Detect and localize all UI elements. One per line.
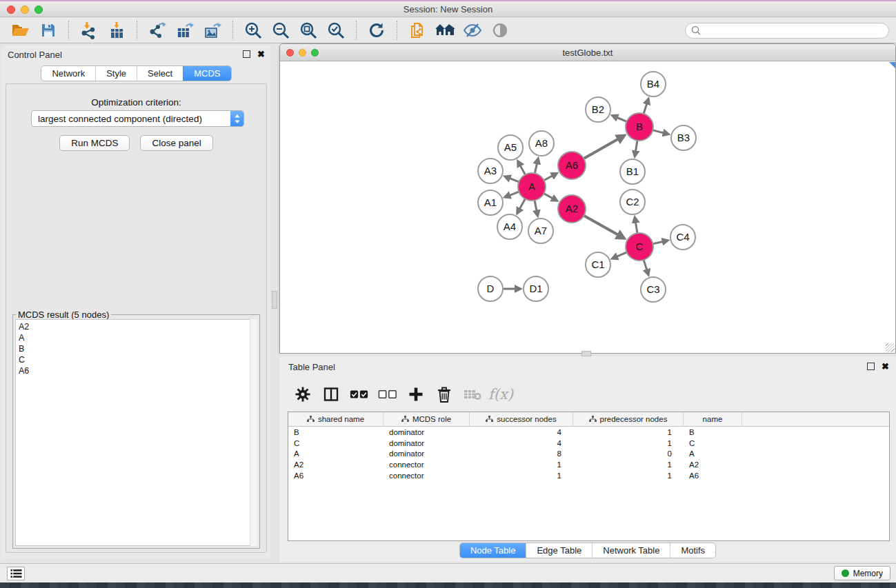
graph-node-C3[interactable]: C3 bbox=[641, 277, 666, 302]
show-task-history-button[interactable] bbox=[7, 567, 25, 580]
graph-node-A7[interactable]: A7 bbox=[528, 219, 553, 243]
graph-node-B1[interactable]: B1 bbox=[620, 159, 645, 184]
svg-text:A8: A8 bbox=[535, 137, 548, 149]
zoom-in-button[interactable] bbox=[242, 20, 264, 41]
graph-node-A6[interactable]: A6 bbox=[558, 152, 586, 179]
graph-node-C[interactable]: C bbox=[626, 233, 653, 261]
float-panel-icon[interactable] bbox=[243, 50, 250, 58]
run-mcds-button[interactable]: Run MCDS bbox=[59, 135, 130, 151]
column-header-successor-nodes[interactable]: successor nodes bbox=[470, 412, 573, 426]
close-panel-button[interactable]: Close panel bbox=[140, 135, 212, 151]
table-panel-tabs: Node TableEdge TableNetwork TableMotifs bbox=[459, 543, 716, 558]
hide-panels-button[interactable] bbox=[461, 20, 484, 41]
save-session-button[interactable] bbox=[37, 20, 59, 41]
tab-edge-table[interactable]: Edge Table bbox=[526, 543, 592, 558]
show-graphics-details-button[interactable] bbox=[489, 20, 511, 41]
graph-node-C4[interactable]: C4 bbox=[670, 225, 695, 250]
mcds-result-item[interactable]: A6 bbox=[19, 365, 257, 376]
zoom-out-button[interactable] bbox=[270, 20, 292, 41]
table-row[interactable]: A2connector11A2 bbox=[288, 459, 889, 470]
zoom-fit-button[interactable] bbox=[297, 20, 319, 41]
result-scrollbar[interactable] bbox=[250, 319, 257, 546]
tab-network-table[interactable]: Network Table bbox=[592, 543, 670, 558]
horizontal-splitter-grip[interactable] bbox=[581, 351, 591, 356]
tab-mcds[interactable]: MCDS bbox=[183, 66, 230, 81]
svg-text:C1: C1 bbox=[591, 258, 604, 270]
cyndex-browse-button[interactable] bbox=[434, 20, 456, 41]
table-row[interactable]: Bdominator41B bbox=[288, 427, 889, 438]
column-header-predecessor-nodes[interactable]: predecessor nodes bbox=[573, 412, 684, 426]
graph-edge-A2-C[interactable] bbox=[583, 215, 619, 236]
view-resize-grip[interactable] bbox=[886, 343, 895, 352]
table-row[interactable]: Adominator80A bbox=[288, 449, 889, 460]
export-table-button[interactable] bbox=[174, 20, 196, 41]
export-image-button[interactable] bbox=[201, 20, 223, 41]
float-table-panel-icon[interactable] bbox=[867, 363, 875, 370]
mcds-result-item[interactable]: B bbox=[19, 343, 257, 354]
import-table-button[interactable] bbox=[106, 20, 128, 41]
column-header-shared-name[interactable]: shared name bbox=[288, 412, 384, 426]
mcds-result-item[interactable]: A2 bbox=[19, 321, 257, 332]
graph-node-C2[interactable]: C2 bbox=[620, 190, 645, 214]
graph-node-A4[interactable]: A4 bbox=[497, 214, 522, 239]
delete-table-icon bbox=[464, 388, 481, 401]
graph-edge-A6-B[interactable] bbox=[583, 139, 619, 159]
graph-node-A3[interactable]: A3 bbox=[478, 159, 503, 183]
graph-node-B[interactable]: B bbox=[626, 113, 653, 141]
graph-node-B3[interactable]: B3 bbox=[671, 125, 696, 150]
import-table-icon bbox=[108, 21, 126, 39]
toolbar-search[interactable] bbox=[685, 23, 889, 39]
close-table-panel-icon[interactable]: ✖ bbox=[882, 363, 889, 370]
column-header-name[interactable]: name bbox=[684, 412, 742, 426]
graph-node-D1[interactable]: D1 bbox=[524, 276, 548, 301]
deselect-all-button[interactable] bbox=[378, 385, 397, 404]
tab-motifs[interactable]: Motifs bbox=[670, 543, 715, 558]
svg-text:A5: A5 bbox=[504, 141, 517, 153]
table-cell: A6 bbox=[288, 472, 384, 480]
network-graph[interactable]: B4B2BB3A5A8A6A3B1AA1C2A2A4A7C4CC1C3DD1 bbox=[280, 62, 895, 353]
graph-node-A5[interactable]: A5 bbox=[498, 135, 523, 160]
create-column-button[interactable] bbox=[406, 385, 426, 404]
tab-network[interactable]: Network bbox=[41, 66, 95, 81]
tab-style[interactable]: Style bbox=[95, 66, 137, 81]
app-title: Session: New Session bbox=[0, 4, 896, 14]
apply-layout-button[interactable] bbox=[366, 20, 388, 41]
control-panel: Control Panel ✖ NetworkStyleSelectMCDS O… bbox=[2, 45, 270, 558]
graph-node-A[interactable]: A bbox=[518, 173, 546, 201]
graph-node-B2[interactable]: B2 bbox=[586, 97, 610, 122]
new-network-from-selection-button[interactable] bbox=[406, 20, 428, 41]
delete-column-button[interactable] bbox=[435, 385, 454, 404]
table-settings-button[interactable] bbox=[293, 385, 312, 404]
graph-node-A8[interactable]: A8 bbox=[529, 131, 554, 156]
tab-select[interactable]: Select bbox=[137, 66, 183, 81]
table-header-row: shared name MCDS role successor nodes pr… bbox=[288, 412, 889, 427]
search-input[interactable] bbox=[701, 26, 883, 35]
main-toolbar bbox=[0, 18, 896, 43]
refresh-icon bbox=[368, 22, 385, 39]
import-network-button[interactable] bbox=[78, 20, 100, 41]
show-column-panel-button[interactable] bbox=[321, 385, 341, 404]
mcds-result-item[interactable]: A bbox=[19, 332, 257, 343]
mcds-result-item[interactable]: C bbox=[19, 354, 257, 365]
graph-node-A1[interactable]: A1 bbox=[478, 190, 503, 215]
graph-node-A2[interactable]: A2 bbox=[558, 195, 586, 223]
graph-node-C1[interactable]: C1 bbox=[586, 252, 610, 277]
export-network-button[interactable] bbox=[146, 20, 168, 41]
graph-node-D[interactable]: D bbox=[478, 276, 503, 301]
column-header-mcds-role[interactable]: MCDS role bbox=[384, 412, 470, 426]
graph-node-B4[interactable]: B4 bbox=[641, 72, 666, 97]
tab-node-table[interactable]: Node Table bbox=[460, 543, 526, 558]
open-session-button[interactable] bbox=[10, 20, 32, 41]
select-all-button[interactable] bbox=[350, 385, 369, 404]
network-canvas[interactable]: B4B2BB3A5A8A6A3B1AA1C2A2A4A7C4CC1C3DD1 bbox=[280, 62, 895, 353]
vertical-splitter-grip[interactable] bbox=[272, 291, 277, 309]
table-row[interactable]: A6connector11A6 bbox=[288, 470, 889, 481]
optimization-criterion-select[interactable]: largest connected component (directed) bbox=[31, 110, 244, 127]
close-panel-icon[interactable]: ✖ bbox=[257, 50, 265, 58]
table-cell: A bbox=[684, 449, 742, 458]
function-icon: f(x) bbox=[488, 386, 513, 403]
table-row[interactable]: Cdominator41C bbox=[288, 438, 889, 449]
zoom-selected-button[interactable] bbox=[325, 20, 347, 41]
memory-button[interactable]: Memory bbox=[834, 566, 890, 580]
table-panel: Table Panel ✖ bbox=[279, 356, 896, 562]
